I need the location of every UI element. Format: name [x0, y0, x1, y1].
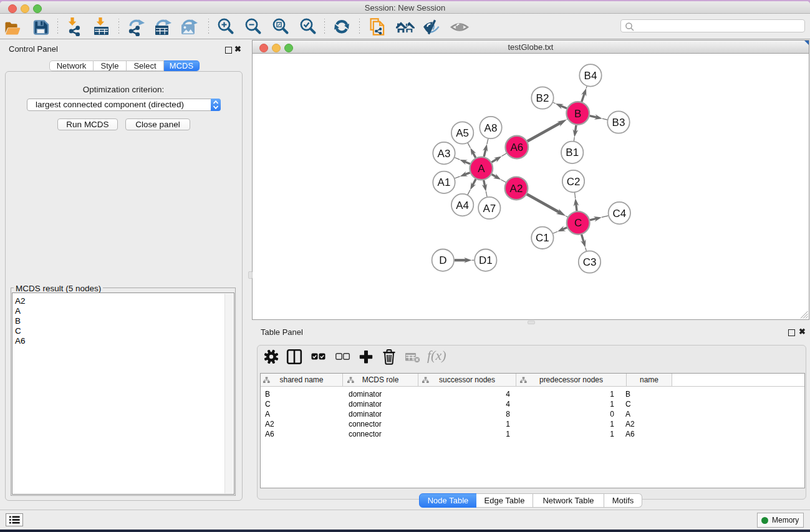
svg-text:A1: A1 [438, 177, 451, 188]
svg-text:A7: A7 [483, 203, 496, 215]
svg-text:B2: B2 [536, 92, 549, 104]
svg-text:A8: A8 [485, 122, 498, 134]
svg-text:C: C [574, 217, 582, 229]
svg-text:A2: A2 [510, 183, 523, 195]
svg-text:D1: D1 [479, 254, 493, 266]
svg-text:A5: A5 [456, 127, 469, 139]
svg-text:C2: C2 [567, 176, 581, 188]
svg-text:B1: B1 [566, 147, 579, 158]
svg-text:A3: A3 [438, 148, 451, 160]
svg-text:B: B [574, 108, 581, 120]
svg-text:B3: B3 [612, 117, 625, 128]
svg-text:D: D [439, 254, 446, 266]
svg-text:C3: C3 [583, 256, 597, 268]
svg-text:A: A [478, 163, 485, 175]
svg-text:A6: A6 [510, 142, 523, 153]
svg-text:B4: B4 [584, 70, 597, 82]
svg-text:A4: A4 [456, 200, 469, 211]
svg-text:C4: C4 [612, 208, 626, 220]
svg-text:C1: C1 [536, 232, 549, 244]
